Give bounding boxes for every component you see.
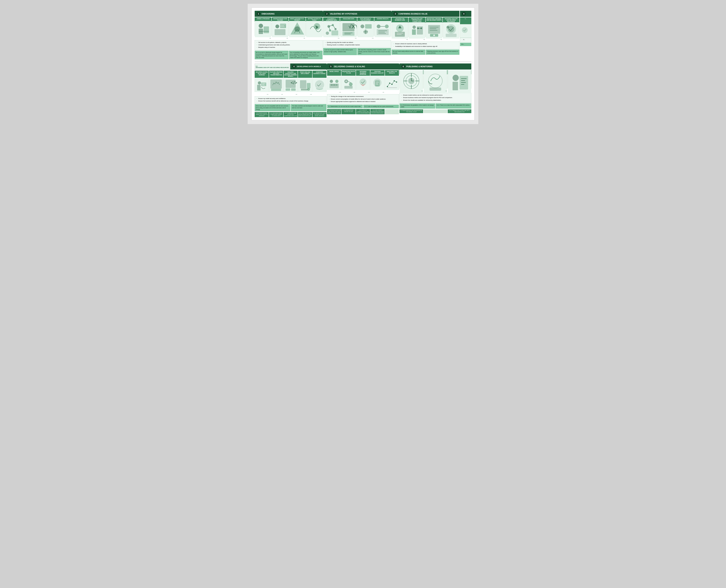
goal-text-2-1: Quickly proving that the model can deliv…	[327, 41, 354, 43]
arrow-2: →	[272, 37, 288, 40]
section-separator	[255, 62, 471, 62]
phase-1-title: ONBOARDING	[261, 13, 275, 15]
subphase-5-2[interactable]: REQUESTING ROUTE TO LIVE	[341, 70, 356, 76]
phase-4-detail-items: 4.1.1 DATA ACCESS TAKES TOO LONG TO ARRA…	[255, 112, 326, 117]
phase-6-img-3	[448, 75, 471, 89]
subphase-4-4[interactable]: FRONT END AND DEPLOYMENT	[298, 71, 312, 78]
goal-arrow-5-3: →	[328, 101, 330, 103]
svg-rect-53	[412, 29, 416, 35]
goal-text-6-2: Ensure business metrics are tracked at p…	[403, 97, 452, 99]
pain-1-2: Our on-boarding documents are badly writ…	[289, 50, 323, 59]
main-content: 1 ONBOARDING JOINING A PROGRAM UNDERSTAN…	[251, 7, 475, 120]
svg-rect-33	[358, 21, 374, 37]
svg-rect-139	[452, 82, 458, 90]
detail-6-3[interactable]: 6.3.1 THERE IS NO CLEAR LINK WITH MEASUR…	[448, 109, 471, 113]
phase-1-img-4	[306, 22, 323, 36]
goal-text-5-1: Testing the change in the real business …	[331, 96, 364, 98]
arrow-1: →	[255, 37, 271, 40]
phase-5-img-1	[327, 76, 341, 90]
detail-5-4[interactable]: 5.4.1 WE CANNOT GUARANTEE SECURITY OF DA…	[370, 109, 384, 114]
arrow-icon-3-2: →	[423, 38, 425, 41]
phase-5-images	[327, 76, 399, 90]
phase-4-title: DEVELOPING DATA MODELS	[297, 66, 321, 67]
svg-rect-48	[395, 32, 405, 37]
pain-4-1: When libraries are not compatible with t…	[255, 104, 290, 111]
phase-4-partial-img	[460, 24, 471, 38]
detail-4-2[interactable]: 4.2.2 WE NEED MORE COMPUTING POWER TO WO…	[269, 112, 283, 117]
goal-2-2: → Sharing results in a brilliant, compre…	[325, 44, 389, 46]
phase-2-title: VALIDATING MY HYPOTHESIS	[330, 13, 357, 15]
detail-4-1[interactable]: 4.1.1 DATA ACCESS TAKES TOO LONG TO ARRA…	[255, 112, 269, 117]
phase-6-column: 6 PUBLISHING & MONITORING MONITORING PER…	[400, 63, 471, 117]
top-phases-section: 1 ONBOARDING JOINING A PROGRAM UNDERSTAN…	[255, 11, 471, 60]
phase-1-number: 1	[257, 12, 260, 16]
phase-4-img-5	[312, 78, 326, 92]
subphase-5-3[interactable]: OBTAINING BUSINESS APPROVAL	[356, 70, 370, 76]
arrow-icon-3-3: →	[440, 38, 442, 41]
svg-rect-80	[270, 80, 282, 89]
phase-2-pains: I can't do my job as a data scientist wi…	[323, 48, 391, 55]
arrow-2-2: →	[340, 37, 357, 40]
svg-rect-69	[446, 34, 457, 37]
phase-3-img-4	[443, 24, 459, 37]
phase-2-goals: → Quickly proving that the model can del…	[323, 40, 391, 48]
svg-rect-106	[344, 86, 352, 89]
arrow-3-2: →	[408, 38, 425, 41]
phase-5-header: 5 DELIVERING CHANGE & SCALING	[327, 63, 399, 69]
pain-6-1: 6.1 Performance de-gradation of the mode…	[400, 103, 435, 109]
svg-point-71	[462, 27, 468, 33]
svg-rect-26	[331, 30, 338, 35]
phase-1-images	[255, 22, 323, 36]
pain-4-2: The data scientists and developers need …	[291, 104, 326, 111]
subphase-5-4[interactable]: TRACKING BUSINESS SIGN OFF	[370, 70, 384, 76]
subphase-4-5[interactable]: ASSESSING BUSINESS CHANGE	[312, 71, 326, 78]
phase-4-goals: → Ensure my model accuracy and confidenc…	[255, 96, 326, 104]
svg-point-64	[433, 35, 435, 36]
arrow-3-1: →	[391, 38, 408, 41]
phase-2-img-1	[323, 22, 340, 36]
goal-arrow-4-2: →	[256, 100, 258, 102]
svg-point-101	[336, 85, 337, 86]
phase-5-goals: → Testing the change in the real busines…	[327, 94, 399, 104]
subphase-5-5[interactable]: ANALYSING LIVE RESULTS	[385, 70, 399, 76]
subphase-4-3[interactable]: BUILDING STATISTICAL AND MACHINE LEARNIN…	[284, 71, 298, 78]
goal-text-6-1: Ensure model metrics can be retrieved to…	[403, 94, 443, 96]
goal-arrow-6-1: →	[401, 94, 403, 96]
phase-6-detail-items: 6.1 PERFORMANCE DE-GRADATION OF THE MODE…	[400, 109, 471, 113]
arrow-5-2: →	[341, 91, 356, 94]
svg-rect-86	[291, 88, 296, 91]
phase-4-partial-goals: → B...	[460, 38, 471, 42]
goal-arrow-3-1: →	[393, 43, 395, 45]
goal-5-2: → Ensure correct consumption of model of…	[328, 98, 398, 100]
arrow-4-4: →	[298, 93, 312, 96]
svg-rect-85	[285, 88, 290, 91]
subphase-4-2[interactable]: FEATURE CREATION AND DATA TRANSFORMATION	[269, 71, 283, 78]
pain-3-1: We can't work easily without access to e…	[391, 49, 425, 55]
arrow-6-1: →	[400, 89, 423, 92]
detail-4-4[interactable]: 4.4.1 THE FRONT-END DEVELOPERS AND THE D…	[298, 112, 312, 117]
detail-5-1[interactable]: 5.1 STAKEHOLDERS DO NOT TRUST THE LIVE M…	[327, 109, 341, 114]
phase-5-img-4	[370, 76, 384, 90]
detail-5-3[interactable]: 5.3.1 LACK OF VISIBILITY INTO LIVE CYCLE…	[356, 109, 370, 114]
detail-4-5[interactable]: 4.5.1 WE DO NOT HAVE ACCESS TO VITAL MOD…	[312, 112, 326, 117]
svg-point-122	[396, 81, 397, 83]
detail-5-2[interactable]: 5.2 REQUESTING ROUTE TO LIVE	[341, 109, 356, 114]
subphase-4-1[interactable]: SECURING ACCESS TO ALL DATA SOURCES	[255, 71, 269, 78]
detail-4-3[interactable]: 4.3.1 LIBRARIES ARE OFTEN NOT COMPATIBLE…	[284, 112, 298, 117]
goal-6-1: → Ensure model metrics can be retrieved …	[401, 94, 470, 96]
arrow-icon-4-2: →	[281, 93, 283, 96]
phase-3-img-1	[391, 24, 408, 37]
svg-rect-81	[271, 89, 281, 91]
svg-rect-3	[264, 26, 269, 33]
arrow-icon-2-3: →	[371, 37, 374, 40]
goal-arrow-5-1: →	[328, 96, 330, 98]
goal-4-partial: → B...	[462, 39, 470, 41]
svg-point-104	[349, 83, 352, 86]
detail-6-1[interactable]: 6.1 PERFORMANCE DE-GRADATION OF THE MODE…	[400, 109, 423, 113]
phase-4-header: 4 DEVELOPING DATA MODELS	[290, 63, 326, 69]
pain-6-2: 6.3.1 There is no clear link with measur…	[436, 103, 471, 109]
subphase-5-1[interactable]: MODEL OFFICE	[327, 70, 341, 76]
arrow-icon-2-1: →	[337, 37, 340, 40]
phase-2-img-3	[357, 22, 374, 36]
phase-4-img-1	[255, 78, 269, 92]
